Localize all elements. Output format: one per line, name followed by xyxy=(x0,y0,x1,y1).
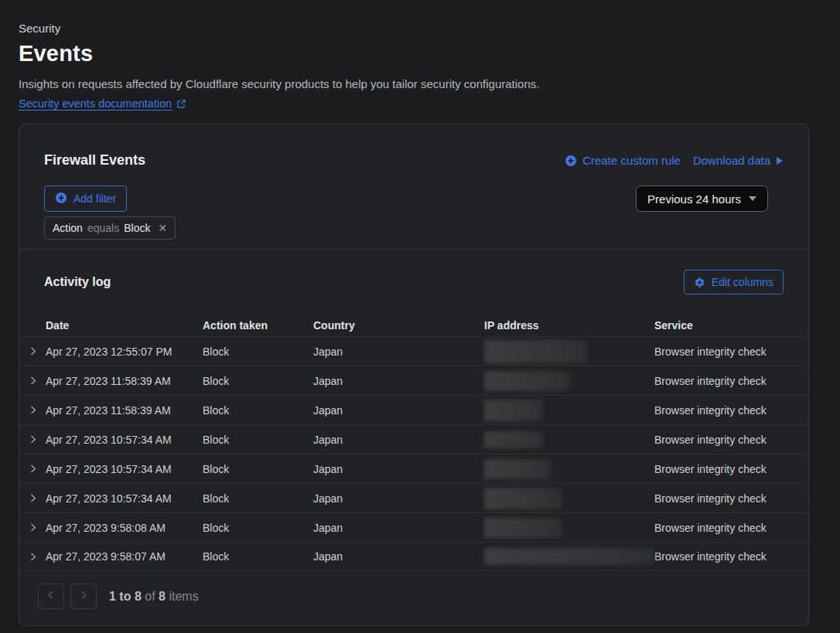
activity-log-table: Date Action taken Country IP address Ser… xyxy=(19,310,808,571)
column-header-action-taken: Action taken xyxy=(203,319,313,332)
cell-date: Apr 27, 2023 9:58:07 AM xyxy=(46,550,203,563)
cell-country: Japan xyxy=(313,463,484,475)
cell-action: Block xyxy=(203,550,313,563)
chevron-right-icon[interactable] xyxy=(19,405,46,415)
pagination: 1 to 8 of 8 items xyxy=(19,571,808,625)
create-custom-rule-link[interactable]: Create custom rule xyxy=(565,154,681,167)
table-row[interactable]: Apr 27, 2023 12:55:07 PM Block Japan Bro… xyxy=(19,336,808,366)
cell-country: Japan xyxy=(313,550,484,563)
chevron-right-icon[interactable] xyxy=(19,376,46,386)
activity-log-title: Activity log xyxy=(44,275,111,289)
table-header-row: Date Action taken Country IP address Ser… xyxy=(19,310,808,336)
ip-redacted-block xyxy=(484,431,543,448)
close-icon[interactable]: ✕ xyxy=(158,222,167,234)
table-row[interactable]: Apr 27, 2023 10:57:34 AM Block Japan Bro… xyxy=(19,483,808,512)
cell-ip-address xyxy=(484,548,654,565)
page-title: Events xyxy=(19,41,821,66)
ip-redacted-block xyxy=(484,340,587,363)
cell-service: Browser integrity check xyxy=(654,375,808,387)
table-row[interactable]: Apr 27, 2023 9:58:08 AM Block Japan Brow… xyxy=(19,512,808,542)
ip-redacted-block xyxy=(484,400,543,421)
filter-operator: equals xyxy=(87,222,119,234)
cell-date: Apr 27, 2023 10:57:34 AM xyxy=(46,492,203,505)
cell-country: Japan xyxy=(313,434,484,446)
triangle-right-icon xyxy=(776,156,784,165)
cell-ip-address xyxy=(484,340,654,363)
table-row[interactable]: Apr 27, 2023 11:58:39 AM Block Japan Bro… xyxy=(19,395,808,424)
column-header-country: Country xyxy=(313,319,484,332)
cell-date: Apr 27, 2023 10:57:34 AM xyxy=(46,434,203,446)
filter-field: Action xyxy=(53,222,83,234)
cell-action: Block xyxy=(203,345,313,358)
time-range-value: Previous 24 hours xyxy=(647,192,741,206)
cell-service: Browser integrity check xyxy=(654,345,808,358)
ip-redacted-block xyxy=(484,371,569,391)
cell-action: Block xyxy=(203,375,313,387)
pagination-info: 1 to 8 of 8 items xyxy=(109,590,199,604)
cell-country: Japan xyxy=(313,404,484,417)
chevron-right-icon[interactable] xyxy=(19,434,46,444)
gear-icon xyxy=(694,277,705,288)
cell-date: Apr 27, 2023 12:55:07 PM xyxy=(46,345,203,358)
ip-redacted-block xyxy=(484,488,562,509)
ip-redacted-block xyxy=(484,459,551,479)
filter-value: Block xyxy=(124,222,150,234)
breadcrumb: Security xyxy=(19,22,821,35)
firewall-events-card: Firewall Events Create custom rule Downl… xyxy=(19,124,809,626)
page-description: Insights on requests affected by Cloudfl… xyxy=(19,77,821,90)
page-header: Security Events Insights on requests aff… xyxy=(0,0,840,110)
cell-action: Block xyxy=(203,492,313,505)
table-row[interactable]: Apr 27, 2023 9:58:07 AM Block Japan Brow… xyxy=(19,542,808,571)
ip-redacted-block xyxy=(484,518,562,538)
next-page-button[interactable] xyxy=(70,584,97,609)
table-row[interactable]: Apr 27, 2023 10:57:34 AM Block Japan Bro… xyxy=(19,454,808,483)
time-range-dropdown[interactable]: Previous 24 hours xyxy=(636,185,768,212)
cell-country: Japan xyxy=(313,345,484,358)
pagination-of: of xyxy=(145,590,155,603)
table-row[interactable]: Apr 27, 2023 10:57:34 AM Block Japan Bro… xyxy=(19,424,808,454)
pagination-range: 1 to 8 xyxy=(109,590,142,603)
chevron-right-icon xyxy=(79,590,88,602)
chevron-right-icon[interactable] xyxy=(19,522,46,533)
cell-country: Japan xyxy=(313,522,484,534)
cell-ip-address xyxy=(484,400,654,421)
add-filter-button[interactable]: Add filter xyxy=(44,185,127,212)
cell-ip-address xyxy=(484,459,654,479)
chevron-left-icon xyxy=(46,590,56,602)
edit-columns-button[interactable]: Edit columns xyxy=(684,270,784,294)
cell-action: Block xyxy=(203,404,313,417)
column-header-date: Date xyxy=(46,319,203,332)
chevron-right-icon[interactable] xyxy=(19,552,46,562)
cell-action: Block xyxy=(203,434,313,446)
ip-redacted-block xyxy=(484,548,654,565)
firewall-events-title: Firewall Events xyxy=(44,152,145,168)
plus-circle-icon xyxy=(55,192,67,206)
cell-ip-address xyxy=(484,518,654,538)
table-row[interactable]: Apr 27, 2023 11:58:39 AM Block Japan Bro… xyxy=(19,366,808,395)
cell-date: Apr 27, 2023 9:58:08 AM xyxy=(46,522,203,534)
pagination-items: items xyxy=(169,590,198,603)
caret-down-icon xyxy=(749,196,756,201)
chevron-right-icon[interactable] xyxy=(19,346,46,356)
cell-service: Browser integrity check xyxy=(654,434,808,446)
chevron-right-icon[interactable] xyxy=(19,493,46,503)
security-events-documentation-link[interactable]: Security events documentation xyxy=(19,97,172,110)
cell-service: Browser integrity check xyxy=(654,404,808,417)
external-link-icon xyxy=(176,99,186,109)
plus-circle-icon xyxy=(565,155,577,167)
cell-country: Japan xyxy=(313,492,484,505)
cell-country: Japan xyxy=(313,375,484,387)
cell-ip-address xyxy=(484,371,654,391)
cell-date: Apr 27, 2023 10:57:34 AM xyxy=(46,463,203,475)
cell-ip-address xyxy=(484,488,654,509)
cell-service: Browser integrity check xyxy=(654,522,808,534)
cell-date: Apr 27, 2023 11:58:39 AM xyxy=(46,404,203,417)
cell-action: Block xyxy=(203,463,313,475)
download-data-link[interactable]: Download data xyxy=(693,154,784,167)
chevron-right-icon[interactable] xyxy=(19,464,46,474)
pagination-total: 8 xyxy=(159,590,166,603)
column-header-service: Service xyxy=(654,319,808,332)
cell-action: Block xyxy=(203,522,313,534)
column-header-ip-address: IP address xyxy=(484,319,654,332)
previous-page-button[interactable] xyxy=(38,584,64,609)
